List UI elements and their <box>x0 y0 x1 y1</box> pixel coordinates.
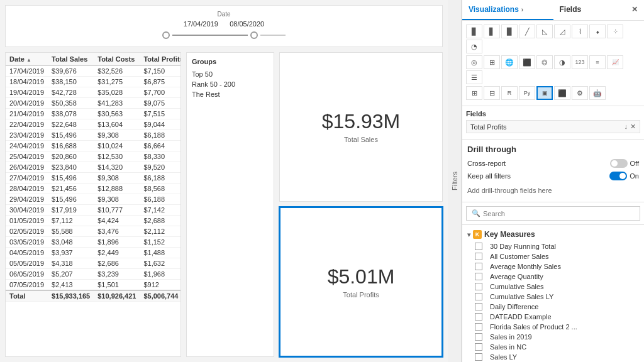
field-checkbox[interactable] <box>475 323 482 331</box>
table-row[interactable]: 23/04/2019$15,496$9,308$6,188 <box>6 130 181 141</box>
group-item[interactable]: Rank 50 - 200 <box>192 79 269 89</box>
field-item[interactable]: Sales LY <box>462 352 644 362</box>
viz-icon-ribbon[interactable]: ⌇ <box>572 25 588 38</box>
viz-icon-filled-map[interactable]: ⬛ <box>519 55 535 69</box>
search-input[interactable] <box>483 210 635 217</box>
viz-icon-table[interactable]: ⊞ <box>466 86 482 100</box>
table-row[interactable]: 04/05/2019$3,937$2,449$1,488 <box>6 248 181 258</box>
table-row[interactable]: 30/04/2019$17,919$10,777$7,142 <box>6 205 181 216</box>
table-row[interactable]: 20/04/2019$50,358$41,283$9,075 <box>6 98 181 109</box>
field-checkbox[interactable] <box>475 333 482 341</box>
total-profits-field-chip[interactable]: Total Profits ↓ ✕ <box>466 120 640 133</box>
table-row[interactable]: 29/04/2019$15,496$9,308$6,188 <box>6 194 181 205</box>
table-row[interactable]: 01/05/2019$7,112$4,424$2,688 <box>6 216 181 226</box>
field-checkbox[interactable] <box>475 353 482 361</box>
field-sort-icon[interactable]: ↓ <box>625 123 628 131</box>
viz-icon-area[interactable]: ◺ <box>536 25 553 38</box>
table-row[interactable]: 28/04/2019$21,456$12,888$8,568 <box>6 184 181 194</box>
viz-icon-python[interactable]: Py <box>519 86 535 100</box>
col-total-sales[interactable]: Total Sales <box>48 53 94 66</box>
group-item[interactable]: Top 50 <box>192 69 269 79</box>
viz-icon-matrix[interactable]: ⊟ <box>484 86 500 100</box>
viz-icon-bar[interactable]: ▊ <box>466 25 482 38</box>
field-item[interactable]: Sales in 2019 <box>462 332 644 342</box>
viz-icon-filter[interactable]: ⬛ <box>554 86 570 100</box>
field-checkbox[interactable] <box>475 303 482 310</box>
field-item[interactable]: 30 Day Running Total <box>462 241 644 251</box>
field-item[interactable]: Sales in NC <box>462 342 644 352</box>
field-item[interactable]: Daily Difference <box>462 302 644 312</box>
table-row[interactable]: 26/04/2019$23,840$14,320$9,520 <box>6 162 181 173</box>
viz-icon-r[interactable]: R <box>501 86 518 100</box>
viz-icon-waterfall[interactable]: ⬧ <box>589 25 606 38</box>
table-row[interactable]: 22/04/2019$22,648$13,604$9,044 <box>6 119 181 130</box>
tab-fields[interactable]: Fields ✕ <box>553 0 645 20</box>
group-item[interactable]: The Rest <box>192 89 269 99</box>
field-item[interactable]: Cumulative Sales <box>462 282 644 292</box>
viz-icon-gear[interactable]: ⚙ <box>572 86 588 100</box>
viz-icon-slicer[interactable]: ☰ <box>466 70 482 84</box>
table-row[interactable]: 03/05/2019$3,048$1,896$1,152 <box>6 237 181 248</box>
field-item[interactable]: Average Monthly Sales <box>462 261 644 272</box>
add-drill-field-btn[interactable]: Add drill-through fields here <box>467 184 639 197</box>
table-row[interactable]: 19/04/2019$42,728$35,028$7,700 <box>6 87 181 98</box>
fields-close-icon[interactable]: ✕ <box>631 5 638 14</box>
viz-icon-funnel[interactable]: ⏣ <box>536 55 553 69</box>
field-checkbox[interactable] <box>475 273 482 280</box>
field-checkbox[interactable] <box>475 263 482 270</box>
table-row[interactable]: 17/04/2019$39,676$32,526$7,150 <box>6 66 181 77</box>
field-checkbox[interactable] <box>475 253 482 260</box>
col-total-costs[interactable]: Total Costs <box>94 53 140 66</box>
key-measures-group-header[interactable]: ▾ K Key Measures <box>462 228 644 241</box>
table-row[interactable]: 18/04/2019$38,150$31,275$6,875 <box>6 77 181 87</box>
field-item[interactable]: Florida Sales of Product 2 ... <box>462 322 644 332</box>
viz-icon-line[interactable]: ╱ <box>519 25 535 38</box>
slider-left-handle[interactable] <box>162 31 170 39</box>
viz-icon-pie[interactable]: ◔ <box>466 40 482 53</box>
field-checkbox[interactable] <box>475 283 482 290</box>
viz-icon-gauge[interactable]: ◑ <box>554 55 570 69</box>
viz-icon-100pct[interactable]: ▉ <box>501 25 518 38</box>
viz-icon-multirow[interactable]: ≡ <box>589 55 606 69</box>
slider-track-2[interactable] <box>260 35 286 36</box>
viz-icon-scatter[interactable]: ⁘ <box>607 25 623 38</box>
table-row[interactable]: 24/04/2019$16,688$10,024$6,664 <box>6 141 181 151</box>
field-item[interactable]: All Customer Sales <box>462 251 644 261</box>
viz-icon-donut[interactable]: ◎ <box>466 55 482 69</box>
field-checkbox[interactable] <box>475 343 482 351</box>
field-item[interactable]: Cumulative Sales LY <box>462 292 644 302</box>
table-row[interactable]: 06/05/2019$5,207$3,239$1,968 <box>6 269 181 280</box>
table-row[interactable]: 07/05/2019$2,413$1,501$912 <box>6 280 181 291</box>
table-row[interactable]: 02/05/2019$5,588$3,476$2,112 <box>6 226 181 237</box>
viz-icon-map[interactable]: 🌐 <box>501 55 518 69</box>
col-total-profits[interactable]: Total Profits <box>140 53 181 66</box>
kpi-total-sales[interactable]: $15.93M Total Sales <box>279 52 443 202</box>
viz-icon-card-selected[interactable]: ▣ <box>536 86 553 100</box>
field-checkbox[interactable] <box>475 243 482 250</box>
tab-visualizations[interactable]: Visualizations › <box>462 0 553 20</box>
col-date[interactable]: Date ▲ <box>6 53 48 66</box>
viz-icon-stacked-bar[interactable]: ▋ <box>484 25 500 38</box>
field-checkbox[interactable] <box>475 293 482 300</box>
table-row[interactable]: 27/04/2019$15,496$9,308$6,188 <box>6 173 181 184</box>
field-checkbox[interactable] <box>475 313 482 321</box>
viz-icon-card[interactable]: 123 <box>572 55 588 69</box>
field-item[interactable]: Average Quantity <box>462 272 644 282</box>
field-item[interactable]: DATEADD Example <box>462 312 644 322</box>
cross-report-toggle[interactable] <box>610 159 628 168</box>
search-box[interactable]: 🔍 <box>466 206 640 221</box>
slider-track[interactable] <box>172 35 248 36</box>
kpi-total-profits[interactable]: $5.01M Total Profits <box>279 207 443 358</box>
viz-icon-treemap[interactable]: ⊞ <box>484 55 500 69</box>
field-remove-icon[interactable]: ✕ <box>630 123 636 131</box>
viz-icon-ai[interactable]: 🤖 <box>589 86 606 100</box>
table-row[interactable]: 05/05/2019$4,318$2,686$1,632 <box>6 258 181 269</box>
viz-icon-kpi[interactable]: 📈 <box>607 55 623 69</box>
date-slider[interactable] <box>162 31 286 39</box>
table-row[interactable]: 25/04/2019$20,860$12,530$8,330 <box>6 151 181 162</box>
keep-filters-toggle[interactable] <box>609 172 627 180</box>
slider-right-handle[interactable] <box>250 31 258 39</box>
table-row[interactable]: 21/04/2019$38,078$30,563$7,515 <box>6 109 181 119</box>
viz-icon-stacked-area[interactable]: ◿ <box>554 25 570 38</box>
filters-sidebar[interactable]: Filters <box>448 0 462 362</box>
